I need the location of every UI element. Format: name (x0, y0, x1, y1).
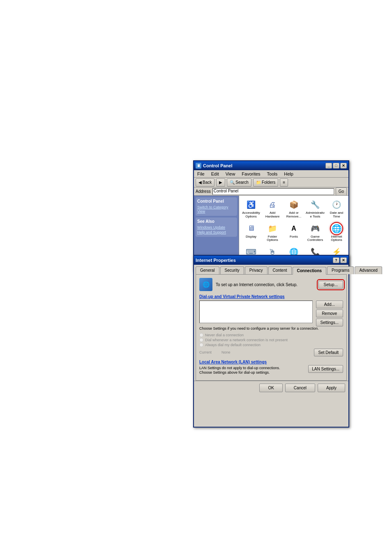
fonts-label: Fonts (290, 235, 298, 239)
internet-options-icon: 🌐 (331, 223, 342, 234)
remove-button[interactable]: Remove (316, 310, 343, 317)
add-remove-icon: 📦 (288, 199, 300, 210)
menu-help[interactable]: Help (282, 171, 295, 177)
tab-connections[interactable]: Connections (293, 267, 327, 275)
accessibility-label: Accessibility Options (242, 211, 261, 219)
tab-security[interactable]: Security (220, 266, 244, 274)
forward-button[interactable]: ▶ (216, 178, 225, 187)
choose-text: Choose Settings if you need to configure… (199, 326, 343, 331)
accessibility-icon: ♿ (245, 199, 257, 210)
ok-button[interactable]: OK (259, 384, 282, 392)
menu-file[interactable]: File (196, 171, 206, 177)
icon-display[interactable]: 🖥 Display (241, 221, 261, 244)
sidebar-title: Control Panel (197, 199, 235, 204)
radio-whenever: Dial whenever a network connection is no… (199, 338, 343, 342)
datetime-icon: 🕐 (331, 199, 342, 210)
settings-button[interactable]: Settings... (316, 319, 343, 326)
dialup-section-title: Dial-up and Virtual Private Network sett… (199, 294, 343, 299)
lan-section-title: Local Area Network (LAN) settings (199, 360, 343, 364)
address-input[interactable]: Control Panel (212, 188, 334, 195)
switch-to-category-view-link[interactable]: Switch to Category View (197, 205, 235, 213)
cp-titlebar-buttons: _ □ ✕ (325, 163, 347, 169)
game-controllers-icon: 🎮 (309, 223, 321, 234)
internet-properties-dialog: Internet Properties ? ✕ General Security… (193, 255, 349, 428)
fonts-icon: A (288, 223, 300, 234)
address-label: Address (196, 189, 211, 194)
tab-content[interactable]: Content (268, 266, 292, 274)
cp-menubar: File Edit View Favorites Tools Help (194, 170, 348, 178)
admin-tools-icon: 🔧 (309, 199, 321, 210)
datetime-label: Date and Time (327, 211, 346, 219)
radio-group: Never dial a connection Dial whenever a … (199, 333, 343, 347)
sidebar-see-also-section: See Also Windows Update Help and Support (196, 217, 237, 237)
radio-always-input[interactable] (199, 343, 203, 347)
icon-add-remove[interactable]: 📦 Add or Remove... (284, 197, 304, 220)
go-button[interactable]: Go (336, 187, 347, 196)
cp-title-icon: 🖥 (196, 163, 201, 169)
menu-favorites[interactable]: Favorites (240, 171, 262, 177)
ip-close-button[interactable]: ✕ (340, 257, 347, 263)
views-button[interactable]: ≡ (280, 178, 288, 187)
close-button[interactable]: ✕ (340, 163, 347, 169)
folder-options-icon: 📁 (267, 223, 278, 234)
tab-advanced[interactable]: Advanced (355, 266, 382, 274)
menu-tools[interactable]: Tools (265, 171, 279, 177)
tab-programs[interactable]: Programs (327, 266, 354, 274)
display-label: Display (246, 235, 256, 239)
cancel-button[interactable]: Cancel (285, 384, 315, 392)
menu-edit[interactable]: Edit (210, 171, 221, 177)
icon-add-hardware[interactable]: 🖨 Add Hardware (262, 197, 283, 220)
lan-text: LAN Settings do not apply to dial-up con… (199, 366, 305, 375)
maximize-button[interactable]: □ (333, 163, 339, 169)
radio-never-label: Never dial a connection (205, 333, 244, 337)
windows-update-link[interactable]: Windows Update (197, 225, 235, 229)
minimize-button[interactable]: _ (325, 163, 332, 169)
radio-never-input[interactable] (199, 333, 203, 337)
icon-datetime[interactable]: 🕐 Date and Time (326, 197, 347, 220)
search-button[interactable]: 🔍 Search (227, 178, 251, 187)
titlebar-left: 🖥 Control Panel (196, 163, 233, 169)
lan-section: Local Area Network (LAN) settings LAN Se… (199, 360, 343, 377)
setup-text: To set up an Internet connection, click … (216, 282, 315, 287)
add-button[interactable]: Add... (316, 301, 343, 308)
tab-privacy[interactable]: Privacy (245, 266, 267, 274)
icon-game-controllers[interactable]: 🎮 Game Controllers (305, 221, 325, 244)
radio-always-label: Always dial my default connection (205, 343, 261, 347)
folders-button[interactable]: 📁 Folders (253, 178, 278, 187)
icon-folder-options[interactable]: 📁 Folder Options (262, 221, 283, 244)
back-button[interactable]: ◀ Back (196, 178, 214, 187)
icon-fonts[interactable]: A Fonts (284, 221, 304, 244)
ip-help-button[interactable]: ? (333, 257, 339, 263)
radio-whenever-input[interactable] (199, 338, 203, 342)
dialup-side-buttons: Add... Remove Settings... (316, 301, 343, 326)
internet-options-label: Internet Options (327, 235, 346, 243)
cp-toolbar: ◀ Back ▶ 🔍 Search 📁 Folders ≡ (194, 178, 348, 187)
icon-accessibility[interactable]: ♿ Accessibility Options (241, 197, 261, 220)
icon-internet-options[interactable]: 🌐 Internet Options (326, 221, 347, 244)
radio-always: Always dial my default connection (199, 343, 343, 347)
sidebar-main-section: Control Panel Switch to Category View (196, 197, 237, 216)
current-row: Current None Set Default (199, 349, 343, 356)
ip-bottom-buttons: OK Cancel Apply (194, 381, 348, 395)
setup-button[interactable]: Setup... (318, 281, 343, 289)
cp-title-text: Control Panel (203, 163, 233, 168)
help-and-support-link[interactable]: Help and Support (197, 230, 235, 234)
add-hardware-label: Add Hardware (263, 211, 282, 219)
ip-title-text: Internet Properties (196, 258, 236, 263)
menu-view[interactable]: View (224, 171, 237, 177)
ip-titlebar: Internet Properties ? ✕ (194, 256, 348, 265)
lan-settings-button[interactable]: LAN Settings... (308, 365, 343, 373)
set-default-button[interactable]: Set Default (314, 349, 343, 356)
radio-never: Never dial a connection (199, 333, 343, 337)
add-remove-label: Add or Remove... (284, 211, 303, 219)
apply-button[interactable]: Apply (318, 384, 345, 392)
game-controllers-label: Game Controllers (306, 235, 325, 243)
dialup-listbox[interactable] (199, 301, 313, 323)
dialup-listbox-row: Add... Remove Settings... (199, 301, 343, 326)
admin-tools-label: Administrative Tools (306, 211, 325, 219)
display-icon: 🖥 (245, 223, 257, 234)
control-panel-titlebar: 🖥 Control Panel _ □ ✕ (194, 161, 348, 170)
current-value: None (221, 350, 312, 354)
icon-admin-tools[interactable]: 🔧 Administrative Tools (305, 197, 325, 220)
tab-general[interactable]: General (196, 266, 219, 274)
